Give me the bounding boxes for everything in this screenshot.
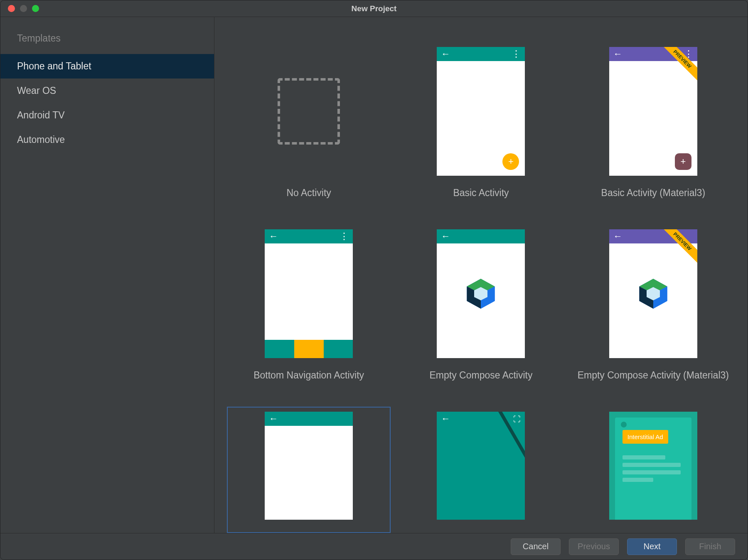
sidebar-item-phone-tablet[interactable]: Phone and Tablet: [0, 54, 214, 79]
template-card-no-activity[interactable]: No Activity: [227, 42, 391, 212]
camera-dot-icon: [621, 422, 627, 427]
fab-plus-icon: +: [675, 153, 691, 170]
template-card-basic-activity-m3[interactable]: ← ⋮ + PREVIEW Basic Activity (Material3): [571, 42, 735, 212]
template-thumb: ←: [265, 412, 353, 520]
template-thumb: ← PREVIEW: [609, 229, 697, 358]
template-label: Empty Compose Activity: [430, 370, 533, 381]
compose-logo-icon: [464, 277, 497, 310]
template-thumb: [265, 47, 353, 176]
template-label: Bottom Navigation Activity: [253, 370, 364, 381]
sidebar-item-wear-os[interactable]: Wear OS: [0, 79, 214, 103]
template-card-compose-m3[interactable]: ← PREVIEW: [571, 224, 735, 394]
template-label: Basic Activity (Material3): [601, 187, 706, 199]
template-label: No Activity: [286, 187, 331, 199]
dialog-footer: Cancel Previous Next Finish: [0, 533, 748, 560]
titlebar: New Project: [0, 0, 748, 17]
mock-appbar: ←: [265, 412, 353, 426]
template-card-fullscreen[interactable]: ← ⛶: [399, 407, 563, 533]
mock-appbar: ← ⋮: [437, 47, 525, 61]
back-arrow-icon: ←: [269, 414, 278, 423]
back-arrow-icon: ←: [613, 49, 623, 59]
fab-plus-icon: +: [502, 153, 519, 170]
cancel-button[interactable]: Cancel: [511, 538, 561, 555]
template-thumb: ← ⛶: [437, 412, 525, 520]
window-minimize-button[interactable]: [20, 5, 27, 12]
mock-appbar: ←: [437, 412, 525, 426]
window-close-button[interactable]: [8, 5, 15, 12]
mock-appbar: ← ⋮: [609, 47, 697, 61]
template-card-compose[interactable]: ← Empty Compose Act: [399, 224, 563, 394]
sidebar-item-automotive[interactable]: Automotive: [0, 128, 214, 152]
template-thumb: ← ⋮ +: [437, 47, 525, 176]
overflow-menu-icon: ⋮: [512, 49, 521, 59]
template-thumb: ← ⋮: [265, 229, 353, 358]
back-arrow-icon: ←: [441, 414, 450, 423]
template-card-selected[interactable]: ←: [227, 407, 391, 533]
dashed-placeholder-icon: [278, 78, 340, 145]
mock-appbar: ←: [437, 229, 525, 243]
sidebar-item-android-tv[interactable]: Android TV: [0, 103, 214, 128]
back-arrow-icon: ←: [269, 232, 278, 241]
dialog-body: Templates Phone and Tablet Wear OS Andro…: [0, 17, 748, 533]
template-label: Basic Activity: [453, 187, 509, 199]
next-button[interactable]: Next: [627, 538, 677, 555]
traffic-lights: [0, 5, 39, 12]
finish-button[interactable]: Finish: [685, 538, 735, 555]
back-arrow-icon: ←: [441, 232, 450, 241]
template-card-bottom-nav[interactable]: ← ⋮ Bottom Navigation Activity: [227, 224, 391, 394]
mock-bottom-nav: [265, 340, 353, 358]
sidebar-heading: Templates: [0, 29, 214, 54]
window-zoom-button[interactable]: [32, 5, 39, 12]
template-card-basic-activity[interactable]: ← ⋮ + Basic Activity: [399, 42, 563, 212]
ad-button-mock: Interstitial Ad: [623, 430, 668, 444]
template-thumb: ← ⋮ + PREVIEW: [609, 47, 697, 176]
sidebar: Templates Phone and Tablet Wear OS Andro…: [0, 17, 214, 533]
back-arrow-icon: ←: [613, 232, 623, 241]
back-arrow-icon: ←: [441, 49, 450, 59]
template-thumb: Interstitial Ad: [609, 412, 697, 520]
fullscreen-icon: ⛶: [513, 415, 521, 424]
overflow-menu-icon: ⋮: [684, 49, 693, 59]
template-gallery: No Activity ← ⋮ + Basic Activity: [214, 17, 748, 533]
previous-button[interactable]: Previous: [569, 538, 619, 555]
window-title: New Project: [0, 4, 748, 13]
new-project-window: New Project Templates Phone and Tablet W…: [0, 0, 748, 560]
overflow-menu-icon: ⋮: [340, 232, 349, 241]
compose-logo-icon: [637, 277, 670, 310]
mock-appbar: ← ⋮: [265, 229, 353, 243]
template-card-ad[interactable]: Interstitial Ad: [571, 407, 735, 533]
diagonal-decoration: [492, 412, 525, 520]
mock-appbar: ←: [609, 229, 697, 243]
template-thumb: ←: [437, 229, 525, 358]
template-label: Empty Compose Activity (Material3): [578, 370, 729, 381]
